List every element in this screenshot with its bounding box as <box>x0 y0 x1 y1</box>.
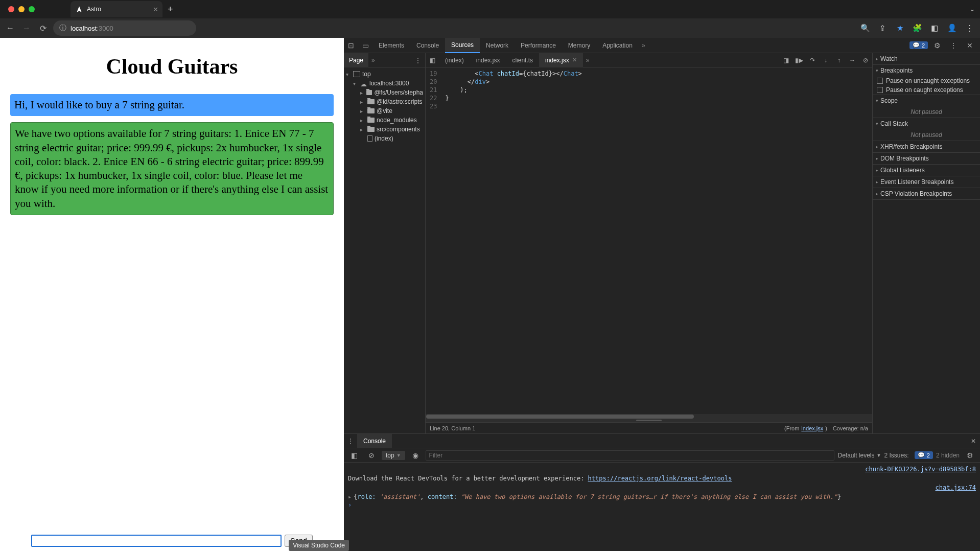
tree-host[interactable]: ▾localhost:3000 <box>344 79 425 88</box>
page-content: Cloud Guitars Hi, I would like to buy a … <box>0 38 344 551</box>
tab-sources[interactable]: Sources <box>445 38 480 53</box>
global-listeners-section[interactable]: ▸Global Listeners <box>873 165 980 176</box>
status-file-link[interactable]: index.jsx <box>801 425 823 431</box>
sources-navigator: Page » ⋮ ▾top ▾localhost:3000 ▸@fs/Users… <box>344 53 426 433</box>
code-editor[interactable]: 19 20 21 22 23 <Chat chatId={chatId}></C… <box>426 67 872 414</box>
extensions-icon[interactable]: 🧩 <box>911 24 924 33</box>
editor-tab-active[interactable]: index.jsx✕ <box>539 53 583 67</box>
console-prompt[interactable]: › <box>344 501 980 509</box>
csp-bp-section[interactable]: ▸CSP Violation Breakpoints <box>873 188 980 199</box>
editor-status: Line 20, Column 1 (From index.jsx) Cover… <box>426 422 872 433</box>
issues-badge[interactable]: 💬 2 <box>909 41 928 49</box>
issues-link[interactable]: 2 Issues: 💬 2 <box>884 451 933 459</box>
drawer-more-icon[interactable]: ⋮ <box>344 438 357 445</box>
sidepanel-icon[interactable]: ◧ <box>928 24 941 33</box>
xhr-breakpoints-section[interactable]: ▸XHR/fetch Breakpoints <box>873 141 980 152</box>
navigator-more-icon[interactable]: ⋮ <box>411 57 425 64</box>
react-devtools-link[interactable]: https://reactjs.org/link/react-devtools <box>588 475 732 482</box>
console-sidebar-icon[interactable]: ◧ <box>347 451 361 460</box>
breakpoints-section[interactable]: ▾Breakpoints <box>873 65 980 76</box>
share-icon[interactable]: ⇪ <box>876 24 889 33</box>
tree-top[interactable]: ▾top <box>344 70 425 79</box>
pause-caught-checkbox[interactable]: Pause on caught exceptions <box>873 85 980 95</box>
site-info-icon[interactable]: ⓘ <box>59 24 66 33</box>
pause-uncaught-checkbox[interactable]: Pause on uncaught exceptions <box>873 76 980 85</box>
line-gutter: 19 20 21 22 23 <box>426 67 441 414</box>
watch-section[interactable]: ▸Watch <box>873 53 980 64</box>
close-devtools-icon[interactable]: ✕ <box>963 41 977 50</box>
bookmark-icon[interactable]: ★ <box>893 24 906 33</box>
more-editor-tabs-icon[interactable]: » <box>583 57 593 64</box>
live-expression-icon[interactable]: ◉ <box>408 451 423 460</box>
editor-tab[interactable]: (index) <box>439 53 470 67</box>
editor-tab[interactable]: client.ts <box>506 53 539 67</box>
tabs-dropdown-icon[interactable]: ⌄ <box>970 6 975 13</box>
tab-performance[interactable]: Performance <box>515 38 562 53</box>
tree-file[interactable]: (index) <box>344 134 425 143</box>
console-drawer: ⋮ Console ✕ ◧ ⊘ top▼ ◉ Default levels▼ 2… <box>344 433 980 551</box>
tab-application[interactable]: Application <box>596 38 639 53</box>
tab-console[interactable]: Console <box>410 38 445 53</box>
more-tabs-icon[interactable]: » <box>639 42 648 49</box>
event-listener-bp-section[interactable]: ▸Event Listener Breakpoints <box>873 176 980 188</box>
clear-console-icon[interactable]: ⊘ <box>364 451 379 460</box>
debugger-sidebar: ▸Watch ▾Breakpoints Pause on uncaught ex… <box>873 53 980 433</box>
console-source-link[interactable]: chat.jsx:74 <box>936 484 976 491</box>
tree-folder[interactable]: ▸src/components <box>344 125 425 134</box>
maximize-window-button[interactable] <box>29 6 35 12</box>
tree-folder[interactable]: ▸node_modules <box>344 116 425 125</box>
dom-breakpoints-section[interactable]: ▸DOM Breakpoints <box>873 153 980 164</box>
drawer-console-tab[interactable]: Console <box>357 434 392 448</box>
code-lines: <Chat chatId={chatId}></Chat> </div> );} <box>441 67 586 414</box>
chat-input[interactable] <box>31 535 282 547</box>
page-subtab[interactable]: Page <box>344 53 368 67</box>
toggle-navigator-icon[interactable]: ◧ <box>426 57 439 64</box>
step-into-icon[interactable]: ↓ <box>819 57 832 64</box>
more-subtabs-icon[interactable]: » <box>368 57 378 64</box>
console-object[interactable]: ▸ {role: 'assistant', content: "We have … <box>344 492 980 501</box>
console-source-link[interactable]: chunk-DFKOJ226.js?v=d89583bf:8 <box>865 466 976 473</box>
settings-icon[interactable]: ⚙ <box>930 41 944 50</box>
tab-memory[interactable]: Memory <box>562 38 596 53</box>
menu-icon[interactable]: ⋮ <box>963 24 976 33</box>
close-window-button[interactable] <box>8 6 14 12</box>
devtools-tabs: ⊡ ▭ Elements Console Sources Network Per… <box>344 38 980 53</box>
reload-button[interactable]: ⟳ <box>37 24 49 33</box>
step-out-icon[interactable]: ↑ <box>832 57 846 64</box>
step-icon[interactable]: → <box>846 57 859 64</box>
chat-message-user: Hi, I would like to buy a 7 string guita… <box>10 94 334 116</box>
browser-tab[interactable]: Astro ✕ <box>71 1 162 17</box>
forward-button[interactable]: → <box>20 24 33 33</box>
inspect-icon[interactable]: ⊡ <box>344 41 358 50</box>
console-filter-input[interactable] <box>426 450 835 461</box>
close-editor-tab-icon[interactable]: ✕ <box>572 57 577 63</box>
context-selector[interactable]: top▼ <box>382 451 405 460</box>
console-settings-icon[interactable]: ⚙ <box>963 451 977 460</box>
search-icon[interactable]: 🔍 <box>858 24 872 33</box>
scope-section[interactable]: ▾Scope <box>873 95 980 106</box>
editor-scrollbar[interactable] <box>426 414 872 419</box>
more-icon[interactable]: ⋮ <box>946 41 961 50</box>
tree-folder[interactable]: ▸@id/astro:scripts <box>344 97 425 106</box>
address-bar[interactable]: ⓘ localhost:3000 <box>53 20 196 36</box>
new-tab-button[interactable]: + <box>168 4 173 15</box>
close-drawer-icon[interactable]: ✕ <box>967 438 980 445</box>
tab-network[interactable]: Network <box>480 38 515 53</box>
editor-tab[interactable]: index.jsx <box>470 53 506 67</box>
deactivate-breakpoints-icon[interactable]: ⊘ <box>859 57 872 64</box>
minimize-window-button[interactable] <box>18 6 25 12</box>
chat-messages: Hi, I would like to buy a 7 string guita… <box>0 94 344 215</box>
profile-icon[interactable]: 👤 <box>945 24 959 33</box>
close-tab-icon[interactable]: ✕ <box>153 6 158 13</box>
tree-folder[interactable]: ▸@fs/Users/stepha <box>344 88 425 97</box>
back-button[interactable]: ← <box>4 24 16 33</box>
log-levels-selector[interactable]: Default levels▼ <box>837 452 881 459</box>
resume-icon[interactable]: ▮▶ <box>792 57 806 64</box>
toggle-debugger-icon[interactable]: ◨ <box>779 57 792 64</box>
tree-folder[interactable]: ▸@vite <box>344 106 425 116</box>
tab-elements[interactable]: Elements <box>372 38 410 53</box>
device-icon[interactable]: ▭ <box>358 41 372 50</box>
tab-title: Astro <box>87 6 101 13</box>
callstack-section[interactable]: ▾Call Stack <box>873 118 980 129</box>
step-over-icon[interactable]: ↷ <box>806 57 819 64</box>
